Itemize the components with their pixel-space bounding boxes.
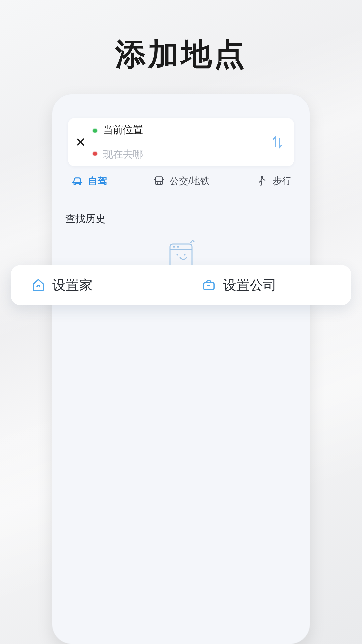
svg-point-1 [157,182,158,184]
home-icon [31,278,46,292]
mode-transit[interactable]: 公交/地铁 [152,174,210,188]
bus-icon [152,174,166,188]
origin-dot-icon [93,129,97,133]
car-icon [71,174,84,188]
briefcase-icon [201,278,216,292]
svg-point-8 [184,254,186,256]
set-company-label: 设置公司 [223,276,277,294]
svg-rect-0 [156,177,162,185]
mode-drive[interactable]: 自驾 [71,174,107,188]
svg-point-2 [160,182,161,184]
destination-dot-icon [93,152,97,156]
mode-transit-label: 公交/地铁 [170,175,210,187]
svg-point-5 [173,246,175,248]
route-card: ✕ 当前位置 现在去哪 [68,118,294,166]
swap-button[interactable] [268,118,287,166]
page-headline: 添加地点 [0,34,362,75]
set-home-button[interactable]: 设置家 [11,276,181,294]
mode-walk[interactable]: 步行 [255,174,291,188]
close-icon[interactable]: ✕ [75,136,92,149]
mode-drive-label: 自驾 [88,175,107,187]
svg-point-7 [177,254,178,256]
set-home-label: 设置家 [52,276,93,294]
swap-icon [271,135,283,150]
history-title: 查找历史 [62,211,300,226]
route-fields: 当前位置 现在去哪 [98,118,268,166]
svg-point-3 [261,176,263,178]
walk-icon [255,174,268,188]
destination-field[interactable]: 现在去哪 [103,142,268,166]
route-connector-line [95,134,95,150]
mode-walk-label: 步行 [273,175,291,187]
phone-frame: ✕ 当前位置 现在去哪 自驾 公 [52,94,310,644]
transport-modes: 自驾 公交/地铁 步行 [68,174,294,188]
svg-point-6 [177,246,179,248]
quick-destinations: 设置家 设置公司 [11,265,351,305]
set-company-button[interactable]: 设置公司 [181,276,352,294]
svg-rect-9 [203,283,214,290]
origin-field[interactable]: 当前位置 [103,118,268,142]
route-dots [92,118,98,166]
